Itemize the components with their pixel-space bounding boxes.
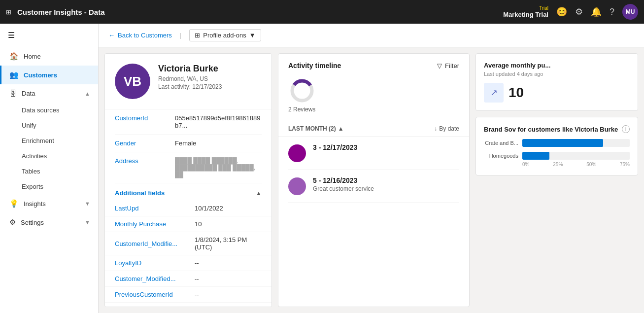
sort-icon: ↓ bbox=[434, 125, 437, 132]
sidebar-item-enrichment[interactable]: Enrichment bbox=[22, 133, 98, 148]
customer-location: Redmond, WA, US bbox=[158, 75, 222, 82]
brand-sov-info-icon[interactable]: i bbox=[622, 125, 630, 133]
emoji-icon[interactable]: 😊 bbox=[556, 6, 567, 17]
sidebar-item-tables[interactable]: Tables bbox=[22, 164, 98, 179]
sidebar-item-insights[interactable]: 💡 Insights ▼ bbox=[0, 194, 98, 213]
sidebar-item-unify[interactable]: Unify bbox=[22, 118, 98, 133]
right-panel: Average monthly pu... Last updated 4 day… bbox=[475, 53, 638, 307]
monthly-purchase-value: 10 bbox=[195, 220, 202, 228]
avatar[interactable]: MU bbox=[622, 4, 638, 20]
hamburger-menu[interactable]: ☰ bbox=[0, 24, 98, 47]
sort-by-date-button[interactable]: ↓ By date bbox=[434, 125, 459, 132]
profile-addons-label: Profile add-ons bbox=[203, 32, 246, 39]
trial-info: Trial Marketing Trial bbox=[503, 5, 548, 18]
bar-track-1 bbox=[522, 152, 630, 160]
customerid-label: CustomerId bbox=[115, 114, 169, 122]
sidebar-item-home[interactable]: 🏠 Home bbox=[0, 47, 98, 66]
axis-label-2: 50% bbox=[586, 162, 596, 167]
gender-value: Female bbox=[175, 139, 262, 147]
sidebar-item-customers[interactable]: 👥 Customers bbox=[0, 66, 98, 84]
breadcrumb-divider: | bbox=[180, 32, 181, 39]
activity-dot-0 bbox=[288, 144, 306, 162]
additional-field-lastupd: LastUpd 10/1/2022 bbox=[105, 201, 271, 216]
timeline-reviews-label: 2 Reviews bbox=[288, 106, 315, 113]
metric-value: ↗ 10 bbox=[484, 83, 630, 103]
period-text: LAST MONTH (2) bbox=[288, 125, 336, 132]
home-icon: 🏠 bbox=[9, 52, 19, 61]
back-arrow-icon: ← bbox=[108, 32, 115, 39]
sidebar-item-data[interactable]: 🗄 Data ▲ bbox=[0, 84, 98, 103]
activity-score-1: 5 - 12/16/2023 bbox=[313, 176, 459, 184]
filter-icon: ▽ bbox=[437, 62, 442, 70]
topbar: ⊞ Customer Insights - Data Trial Marketi… bbox=[0, 0, 644, 24]
customerid-modified-value: 1/8/2024, 3:15 PM (UTC) bbox=[195, 236, 262, 251]
activity-timeline-title: Activity timeline bbox=[288, 62, 341, 70]
metric-card-subtitle: Last updated 4 days ago bbox=[484, 71, 630, 77]
back-to-customers-button[interactable]: ← Back to Customers bbox=[108, 32, 172, 39]
sidebar-item-data-sources[interactable]: Data sources bbox=[22, 103, 98, 118]
additional-field-customerid-modified: CustomerId_Modifie... 1/8/2024, 3:15 PM … bbox=[105, 232, 271, 255]
loyaltyid-value: -- bbox=[195, 259, 199, 267]
customerid-value: 055e8517899d5ef8f19861889b7... bbox=[175, 114, 262, 129]
sidebar-item-exports[interactable]: Exports bbox=[22, 179, 98, 194]
brand-sov-title-row: Brand Sov for customers like Victoria Bu… bbox=[484, 125, 630, 133]
sidebar-label-insights: Insights bbox=[24, 200, 80, 208]
bar-label-1: Homegoods bbox=[484, 153, 518, 159]
additional-field-customer-modified: Customer_Modified... -- bbox=[105, 271, 271, 287]
customer-info: Victoria Burke Redmond, WA, US Last acti… bbox=[158, 64, 222, 90]
additional-field-previous-customerid: PreviousCustomerId -- bbox=[105, 287, 271, 303]
settings-icon[interactable]: ⚙ bbox=[575, 6, 583, 17]
ids-header[interactable]: Ids ▲ bbox=[105, 303, 271, 307]
profile-addons-chevron-icon: ▼ bbox=[249, 32, 256, 39]
grid-icon[interactable]: ⊞ bbox=[6, 8, 11, 16]
sidebar: ☰ 🏠 Home 👥 Customers 🗄 Data ▲ Data sourc… bbox=[0, 24, 99, 313]
customer-name: Victoria Burke bbox=[158, 64, 222, 74]
customer-fields: CustomerId 055e8517899d5ef8f19861889b7..… bbox=[105, 109, 271, 183]
loyaltyid-label: LoyaltyID bbox=[115, 259, 189, 267]
help-icon[interactable]: ? bbox=[610, 7, 614, 17]
additional-fields-header[interactable]: Additional fields ▲ bbox=[105, 183, 271, 201]
axis-label-0: 0% bbox=[522, 162, 529, 167]
monthly-purchase-label: Monthly Purchase bbox=[115, 220, 189, 228]
brand-sov-bar-chart: Crate and B... Homegoods bbox=[484, 139, 630, 160]
org-name: Marketing Trial bbox=[503, 11, 548, 18]
left-panel: VB Victoria Burke Redmond, WA, US Last a… bbox=[104, 53, 272, 307]
middle-panel: Activity timeline ▽ Filter 2 Reviews bbox=[278, 53, 470, 307]
insights-chevron-icon: ▼ bbox=[85, 201, 90, 207]
profile-addons-icon: ⊞ bbox=[195, 32, 200, 39]
bar-fill-1 bbox=[522, 152, 549, 160]
profile-addons-button[interactable]: ⊞ Profile add-ons ▼ bbox=[189, 29, 261, 41]
sort-label: By date bbox=[439, 125, 459, 132]
metric-card: Average monthly pu... Last updated 4 day… bbox=[475, 53, 638, 111]
settings-chevron-icon: ▼ bbox=[85, 219, 90, 225]
activity-details-1: 5 - 12/16/2023 Great customer service bbox=[313, 176, 459, 192]
bar-label-0: Crate and B... bbox=[484, 140, 518, 146]
timeline-filter-bar: LAST MONTH (2) ▲ ↓ By date bbox=[278, 121, 469, 137]
settings-sidebar-icon: ⚙ bbox=[9, 218, 16, 227]
field-row-gender: Gender Female bbox=[115, 135, 262, 152]
field-row-address: Address ████ ████ ██████,██████████ ███ … bbox=[115, 152, 262, 183]
bell-icon[interactable]: 🔔 bbox=[591, 6, 602, 17]
customer-content: VB Victoria Burke Redmond, WA, US Last a… bbox=[99, 47, 644, 313]
topbar-right: Trial Marketing Trial 😊 ⚙ 🔔 ? MU bbox=[503, 4, 638, 20]
bar-track-0 bbox=[522, 139, 630, 147]
activity-note-1: Great customer service bbox=[313, 185, 459, 192]
sidebar-label-settings: Settings bbox=[21, 219, 80, 226]
additional-fields-title: Additional fields bbox=[115, 189, 165, 197]
filter-label: Filter bbox=[445, 62, 459, 70]
sidebar-item-activities[interactable]: Activities bbox=[22, 148, 98, 164]
period-label[interactable]: LAST MONTH (2) ▲ bbox=[288, 125, 344, 132]
bar-axis: 0% 25% 50% 75% bbox=[484, 162, 630, 167]
previous-customerid-value: -- bbox=[195, 291, 199, 298]
lastupd-label: LastUpd bbox=[115, 205, 189, 212]
sidebar-item-settings[interactable]: ⚙ Settings ▼ bbox=[0, 213, 98, 232]
sidebar-label-customers: Customers bbox=[24, 71, 90, 79]
metric-card-title: Average monthly pu... bbox=[484, 62, 630, 69]
customer-last-activity: Last activity: 12/17/2023 bbox=[158, 83, 222, 90]
filter-button[interactable]: ▽ Filter bbox=[437, 62, 459, 70]
customer-avatar: VB bbox=[115, 64, 150, 99]
lastupd-value: 10/1/2022 bbox=[195, 205, 223, 212]
activity-item-0: 3 - 12/17/2023 bbox=[288, 137, 459, 170]
sidebar-label-home: Home bbox=[24, 53, 90, 60]
additional-field-monthly-purchase: Monthly Purchase 10 bbox=[105, 216, 271, 232]
